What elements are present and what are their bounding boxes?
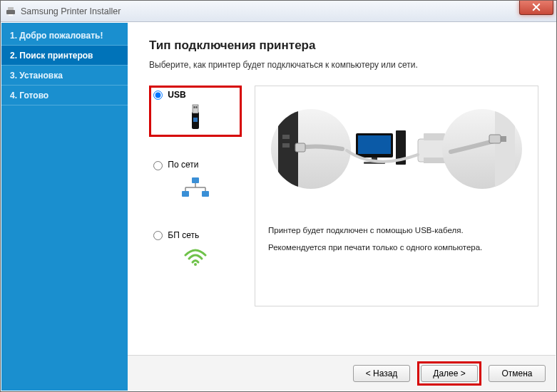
svg-rect-20 — [282, 135, 290, 139]
next-button-highlight: Далее > — [417, 361, 481, 386]
svg-rect-5 — [194, 106, 195, 108]
svg-rect-14 — [202, 191, 209, 197]
wizard-footer: < Назад Далее > Отмена — [128, 355, 556, 391]
step-welcome: 1. Добро пожаловать! — [1, 26, 128, 46]
svg-rect-4 — [193, 105, 198, 113]
titlebar: Samsung Printer Installer — [1, 1, 556, 22]
radio-network[interactable] — [153, 161, 163, 170]
page-subtitle: Выберите, как принтер будет подключаться… — [149, 60, 538, 70]
svg-point-15 — [194, 263, 197, 266]
option-usb[interactable]: USB — [149, 86, 242, 137]
installer-window: Samsung Printer Installer 1. Добро пожал… — [0, 0, 557, 392]
network-icon — [153, 175, 237, 200]
cancel-button[interactable]: Отмена — [489, 365, 546, 382]
svg-rect-2 — [9, 14, 13, 16]
option-wireless[interactable]: БП сеть — [149, 226, 242, 277]
option-network-label: По сети — [168, 160, 198, 170]
main-panel: Тип подключения принтера Выберите, как п… — [128, 23, 556, 391]
next-button[interactable]: Далее > — [421, 365, 478, 382]
page-heading: Тип подключения принтера — [149, 38, 538, 53]
svg-rect-29 — [424, 133, 445, 140]
back-button[interactable]: < Назад — [353, 365, 410, 382]
svg-rect-21 — [282, 143, 290, 148]
wifi-icon — [153, 244, 237, 270]
preview-text-2: Рекомендуется при печати только с одного… — [268, 243, 525, 252]
svg-rect-8 — [192, 177, 199, 183]
radio-usb[interactable] — [153, 91, 163, 100]
svg-rect-13 — [182, 191, 189, 197]
wizard-sidebar: 1. Добро пожаловать! 2. Поиск принтеров … — [1, 23, 128, 391]
window-close-button[interactable] — [519, 1, 553, 15]
usb-connection-illustration — [268, 102, 525, 209]
option-usb-label: USB — [168, 90, 185, 100]
step-install: 3. Установка — [1, 66, 128, 86]
svg-rect-1 — [8, 7, 14, 10]
app-icon — [5, 6, 16, 17]
usb-plug-icon — [153, 104, 237, 130]
svg-rect-30 — [424, 158, 445, 163]
svg-rect-24 — [358, 135, 391, 154]
radio-wireless[interactable] — [153, 231, 163, 240]
option-wireless-label: БП сеть — [168, 230, 199, 240]
svg-rect-22 — [295, 143, 305, 152]
step-search-printers: 2. Поиск принтеров — [1, 46, 128, 66]
option-network[interactable]: По сети — [149, 155, 242, 207]
step-done: 4. Готово — [1, 86, 128, 105]
connection-options: USB По сети — [149, 86, 242, 306]
connection-preview: Принтер будет подключен с помощью USB-ка… — [255, 86, 538, 306]
svg-rect-34 — [489, 135, 501, 143]
svg-rect-7 — [193, 118, 198, 122]
svg-rect-0 — [6, 10, 15, 14]
window-title: Samsung Printer Installer — [21, 6, 121, 16]
svg-rect-6 — [196, 106, 198, 108]
svg-rect-32 — [495, 109, 515, 189]
preview-text-1: Принтер будет подключен с помощью USB-ка… — [268, 226, 525, 234]
